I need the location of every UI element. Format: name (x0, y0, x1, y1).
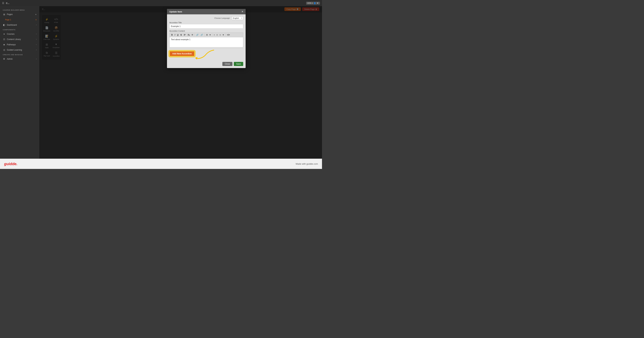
modal-footer: Close Save (167, 60, 246, 68)
user-avatar-icon: 👤 (314, 2, 316, 4)
dashboard-icon: ◧ (3, 24, 6, 26)
rte-unlink-button[interactable]: 🔗 (200, 33, 204, 36)
rte-align-dropdown-btn[interactable]: ▾ (222, 33, 224, 36)
rte-subscript-button[interactable]: X₂ (187, 33, 190, 36)
add-page-icon[interactable]: + (35, 13, 36, 16)
courses-chevron-icon: › (36, 33, 36, 35)
rte-content-area[interactable]: Text about example 1 (169, 37, 243, 47)
rte-code-button[interactable]: </> (226, 33, 230, 36)
accordion-content-label: Accordion Content (169, 30, 243, 32)
sidebar-dashboard-left: ◧ Dashboard (3, 24, 17, 26)
rte-separator-1 (194, 34, 194, 36)
sidebar-item-pathways[interactable]: ◈ Pathways › (0, 42, 39, 47)
sidebar-pages-actions: + (35, 13, 36, 16)
sidebar-pages-sub: Page 1 ≡ (0, 17, 39, 22)
sidebar-library-label: Content Library (7, 38, 21, 40)
rte-align-button[interactable]: ≡ (219, 33, 222, 36)
sidebar-item-admin[interactable]: ⚙ Admin › (0, 56, 39, 62)
rte-dropdown-btn[interactable]: ▾ (209, 33, 211, 36)
rte-special-button[interactable]: ⌑ (191, 33, 194, 36)
sidebar-content-title: COMPONENTS (0, 28, 39, 31)
sidebar-guided-left: ◎ Guided Learning (3, 48, 22, 51)
rte-separator-2 (204, 34, 205, 36)
hamburger-icon[interactable]: ☰ (2, 2, 4, 4)
library-chevron-icon: › (36, 38, 36, 40)
sidebar-create-manage-title: CREATE AND MANAGE (0, 52, 39, 56)
rte-link-button[interactable]: 🔗 (195, 33, 199, 36)
guided-chevron-icon: › (36, 49, 36, 51)
nav-left: ☰ C... (2, 2, 10, 4)
sidebar-library-left: ⊡ Content Library (3, 38, 21, 40)
footer-made-with: Made with guidde.com (296, 162, 318, 165)
dashboard-chevron-icon: › (36, 24, 36, 26)
rte-separator-3 (212, 34, 212, 36)
accordion-title-label: Accordion Title (169, 22, 243, 24)
guided-icon: ◎ (3, 48, 6, 51)
accordion-title-group: Accordion Title (169, 22, 243, 28)
rte-strikethrough-button[interactable]: S (180, 33, 182, 36)
rte-toolbar: B I U S X² X₂ ⌑ 🔗 🔗 A ▾ • (169, 32, 243, 37)
footer: guidde. Made with guidde.com (0, 159, 322, 169)
sidebar-item-courses[interactable]: ♦ Courses › (0, 31, 39, 36)
arrow-annotation (192, 49, 216, 61)
modal-header: Update Item × (167, 9, 246, 14)
rte-content-text: Text about example 1 (171, 38, 190, 41)
language-select-wrapper: English French Spanish (232, 16, 243, 20)
language-label: Choose Language: (214, 17, 230, 19)
rte-bold-button[interactable]: B (170, 33, 174, 36)
modal-close-button[interactable]: × (242, 10, 243, 13)
rte-separator-4 (225, 34, 226, 36)
sidebar-courses-label: Courses (7, 33, 14, 35)
page1-label: Page 1 (5, 19, 11, 21)
user-badge[interactable]: EDS 1 👤 ▼ (306, 2, 320, 4)
app-title: C... (6, 2, 10, 4)
admin-icon: ⚙ (3, 58, 6, 60)
modal-close-btn[interactable]: Close (222, 62, 232, 66)
library-icon: ⊡ (3, 38, 6, 40)
rte-color-button[interactable]: A (206, 33, 208, 36)
sidebar-pages-label: Pages (7, 13, 13, 16)
pathways-icon: ◈ (3, 43, 6, 46)
sidebar-guided-label: Guided Learning (7, 49, 22, 51)
user-dropdown-icon: ▼ (317, 2, 318, 4)
sidebar-pathways-left: ◈ Pathways (3, 43, 16, 46)
sidebar-item-dashboard[interactable]: ◧ Dashboard › (0, 22, 39, 28)
rte-ordered-list-button[interactable]: ≡ (216, 33, 218, 36)
accordion-title-input[interactable] (169, 24, 243, 28)
pathways-chevron-icon: › (36, 44, 36, 46)
top-navbar: ☰ C... EDS 1 👤 ▼ (0, 0, 322, 6)
sidebar-item-pages[interactable]: ⊞ Pages + (0, 12, 39, 17)
nav-right: EDS 1 👤 ▼ (306, 2, 320, 4)
language-row: Choose Language: English French Spanish (169, 16, 243, 20)
rte-underline-button[interactable]: U (176, 33, 179, 36)
rte-italic-button[interactable]: I (174, 33, 176, 36)
main-layout: COURSE BUILDER MENU ⊞ Pages + Page 1 ≡ ◧… (0, 6, 322, 159)
sidebar-pages-left: ⊞ Pages (3, 13, 13, 16)
content-area: C... Copy Page 📋 Delete Page 🗑 ⚡ Activit… (39, 6, 322, 159)
svg-marker-0 (195, 57, 198, 60)
page1-lines-icon: ≡ (36, 19, 36, 21)
sidebar-item-content-library[interactable]: ⊡ Content Library › (0, 36, 39, 42)
sidebar-course-builder-title: COURSE BUILDER MENU (0, 8, 39, 12)
footer-logo: guidde. (4, 162, 18, 166)
sidebar-admin-left: ⚙ Admin (3, 58, 13, 60)
sidebar-page1-item[interactable]: Page 1 ≡ (5, 18, 39, 22)
sidebar-admin-label: Admin (7, 58, 13, 60)
admin-chevron-icon: › (36, 58, 36, 60)
sidebar-item-guided-learning[interactable]: ◎ Guided Learning › (0, 47, 39, 52)
accordion-content-group: Accordion Content B I U S X² X₂ ⌑ 🔗 🔗 (169, 30, 243, 48)
user-badge-text: EDS 1 (308, 2, 313, 4)
update-item-modal: Update Item × Choose Language: English F… (167, 9, 246, 68)
sidebar-dashboard-label: Dashboard (7, 24, 17, 26)
sidebar-courses-left: ♦ Courses (3, 33, 14, 35)
modal-save-btn[interactable]: Save (234, 62, 243, 66)
sidebar: COURSE BUILDER MENU ⊞ Pages + Page 1 ≡ ◧… (0, 6, 39, 159)
modal-body: Choose Language: English French Spanish … (167, 14, 246, 60)
accordion-btn-area: Add New Accordion (169, 51, 243, 56)
language-select[interactable]: English French Spanish (232, 16, 243, 20)
add-new-accordion-button[interactable]: Add New Accordion (169, 51, 195, 56)
rte-superscript-button[interactable]: X² (183, 33, 186, 36)
modal-title: Update Item (169, 10, 182, 13)
rte-list-button[interactable]: • (213, 33, 215, 36)
pages-icon: ⊞ (3, 13, 6, 16)
